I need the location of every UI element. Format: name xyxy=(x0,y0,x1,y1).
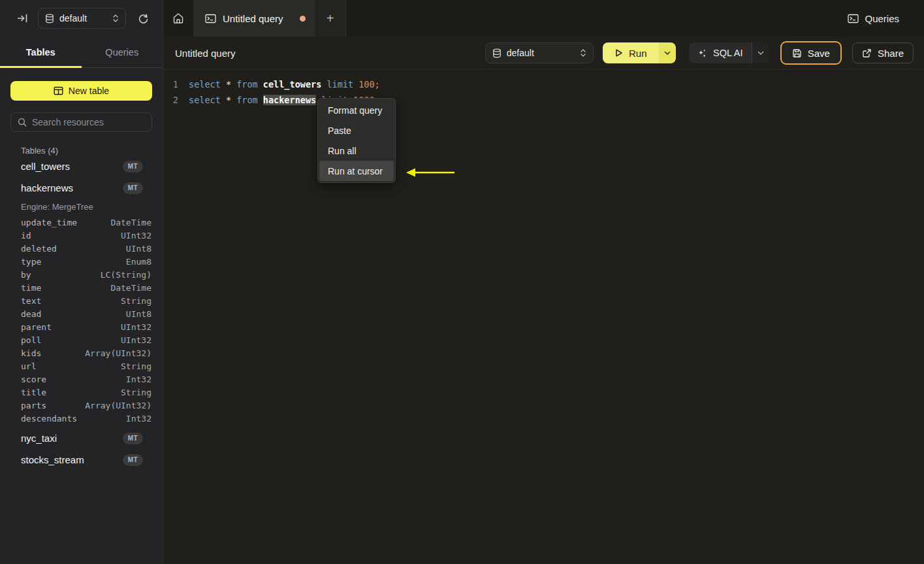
column-row: update_timeDateTime xyxy=(21,216,151,229)
sidebar-tab-tables[interactable]: Tables xyxy=(0,37,82,67)
share-button-label: Share xyxy=(878,48,904,59)
collapse-sidebar-button[interactable] xyxy=(14,10,30,26)
column-row: deadUInt8 xyxy=(21,307,151,320)
home-button[interactable] xyxy=(163,0,193,37)
refresh-icon xyxy=(138,13,149,24)
sidebar-database-value: default xyxy=(59,13,107,24)
play-icon xyxy=(614,48,623,58)
home-icon xyxy=(172,12,184,24)
search-input[interactable] xyxy=(32,117,145,127)
table-row-cell-towers[interactable]: cell_towers MT xyxy=(21,156,143,177)
column-row: partsArray(UInt32) xyxy=(21,399,151,412)
column-type: String xyxy=(121,296,151,306)
column-row: scoreInt32 xyxy=(21,373,151,386)
new-table-button[interactable]: New table xyxy=(10,81,152,101)
column-type: UInt32 xyxy=(121,335,151,345)
column-name: type xyxy=(21,257,41,267)
menu-item-run-at-cursor[interactable]: Run at cursor xyxy=(319,161,394,181)
column-type: Array(UInt32) xyxy=(85,348,151,358)
toolbar-database-value: default xyxy=(507,48,575,58)
column-type: String xyxy=(121,361,151,371)
sparkles-icon xyxy=(697,48,707,58)
code-text: select * from cell_towers limit 100; xyxy=(189,76,380,92)
editor-toolbar: Untitled query default xyxy=(163,37,924,70)
terminal-icon xyxy=(205,14,216,24)
tab-label: Untitled query xyxy=(223,13,283,24)
query-title: Untitled query xyxy=(175,48,236,59)
column-row: descendantsInt32 xyxy=(21,412,151,425)
search-icon xyxy=(18,118,27,127)
column-row: parentUInt32 xyxy=(21,320,151,333)
column-row: titleString xyxy=(21,386,151,399)
sql-ai-options-button[interactable] xyxy=(752,42,770,63)
menu-item-run-all[interactable]: Run all xyxy=(318,141,395,161)
code-line[interactable]: 2select * from hackernews limit 1000 xyxy=(163,92,924,108)
column-type: DateTime xyxy=(110,218,151,227)
save-icon xyxy=(792,48,802,58)
column-name: text xyxy=(21,296,41,306)
unsaved-changes-dot xyxy=(300,16,306,22)
code-line[interactable]: 1select * from cell_towers limit 100; xyxy=(163,76,924,92)
column-name: parent xyxy=(21,322,52,332)
column-type: UInt8 xyxy=(126,244,151,254)
collapse-sidebar-icon xyxy=(17,13,28,24)
new-table-label: New table xyxy=(69,86,109,96)
column-type: Array(UInt32) xyxy=(85,401,151,410)
menu-item-paste[interactable]: Paste xyxy=(318,120,395,141)
toolbar-database-select[interactable]: default xyxy=(485,42,594,63)
table-name: cell_towers xyxy=(21,161,70,172)
topbar: Untitled query + Queries xyxy=(163,0,924,37)
refresh-button[interactable] xyxy=(135,10,151,26)
column-name: score xyxy=(21,374,46,384)
sidebar-tab-queries[interactable]: Queries xyxy=(82,37,163,67)
engine-badge: MT xyxy=(123,433,143,444)
database-icon xyxy=(492,48,502,58)
queries-button[interactable]: Queries xyxy=(848,0,899,37)
save-button-label: Save xyxy=(808,48,830,59)
column-name: url xyxy=(21,361,36,371)
column-type: Int32 xyxy=(126,414,151,423)
run-button-label: Run xyxy=(629,48,647,59)
share-icon xyxy=(862,48,872,58)
sidebar-database-select[interactable]: default xyxy=(38,8,126,29)
column-row: textString xyxy=(21,294,151,307)
column-name: kids xyxy=(21,348,41,358)
column-row: idUInt32 xyxy=(21,229,151,242)
table-name: stocks_stream xyxy=(21,454,84,465)
queries-button-label: Queries xyxy=(865,13,899,24)
column-name: time xyxy=(21,283,41,293)
column-row: typeEnum8 xyxy=(21,255,151,268)
table-row-nyc-taxi[interactable]: nyc_taxi MT xyxy=(21,427,143,449)
sidebar-topbar: default xyxy=(0,0,163,37)
search-box xyxy=(10,112,152,132)
terminal-icon xyxy=(848,14,859,24)
share-button[interactable]: Share xyxy=(852,42,914,63)
column-name: poll xyxy=(21,335,41,345)
run-button[interactable]: Run xyxy=(603,42,659,63)
table-row-hackernews[interactable]: hackernews MT xyxy=(21,177,143,199)
run-options-button[interactable] xyxy=(659,42,676,63)
column-name: update_time xyxy=(21,218,77,227)
columns-list: update_timeDateTimeidUInt32deletedUInt8t… xyxy=(10,216,152,425)
line-number: 2 xyxy=(163,92,178,108)
tab-untitled-query[interactable]: Untitled query xyxy=(193,0,315,37)
table-grid-icon xyxy=(54,86,63,95)
chevron-down-icon xyxy=(757,51,764,56)
sql-ai-button[interactable]: SQL AI xyxy=(689,42,752,63)
engine-badge: MT xyxy=(123,182,143,194)
column-name: deleted xyxy=(21,244,57,254)
column-row: kidsArray(UInt32) xyxy=(21,346,151,359)
menu-item-format-query[interactable]: Format query xyxy=(318,100,395,120)
chevron-down-icon xyxy=(664,51,671,56)
line-number: 1 xyxy=(163,76,178,92)
column-type: UInt32 xyxy=(121,231,151,241)
table-row-stocks-stream[interactable]: stocks_stream MT xyxy=(21,449,143,471)
column-type: LC(String) xyxy=(101,270,151,280)
column-row: byLC(String) xyxy=(21,268,151,281)
chevron-updown-icon xyxy=(580,48,586,58)
sql-editor[interactable]: 1select * from cell_towers limit 100;2se… xyxy=(163,70,924,564)
column-name: parts xyxy=(21,401,46,410)
save-button[interactable]: Save xyxy=(780,41,842,65)
column-type: UInt32 xyxy=(121,322,151,332)
new-tab-button[interactable]: + xyxy=(315,0,346,37)
